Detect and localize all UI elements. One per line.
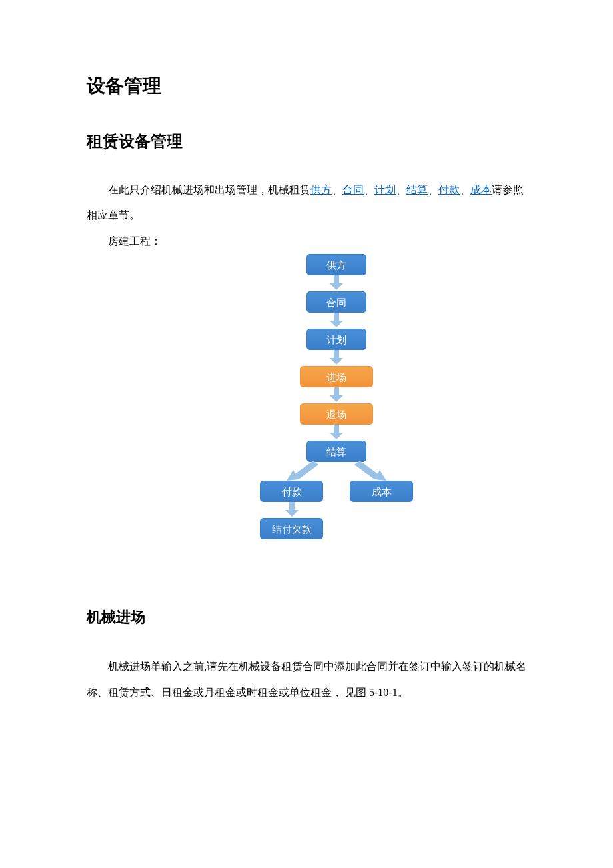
link-cost[interactable]: 成本 <box>470 184 492 195</box>
flow-node-settlement: 结算 <box>306 441 366 462</box>
flow-node-plan: 计划 <box>306 329 366 350</box>
svg-rect-2 <box>334 313 339 321</box>
flow-node-contract: 合同 <box>306 291 366 313</box>
sep: 、 <box>396 184 406 195</box>
svg-marker-15 <box>285 510 299 517</box>
svg-marker-1 <box>330 283 343 290</box>
flow-node-payment: 付款 <box>260 481 323 502</box>
flow-node-supplier: 供方 <box>306 254 366 275</box>
link-settlement[interactable]: 结算 <box>406 184 428 195</box>
svg-marker-7 <box>330 395 343 402</box>
arrow-icon <box>353 461 386 481</box>
sep: 、 <box>364 184 374 195</box>
link-supplier[interactable]: 供方 <box>310 184 332 195</box>
link-contract[interactable]: 合同 <box>342 184 364 195</box>
svg-rect-8 <box>334 425 339 433</box>
section-title-rental: 租赁设备管理 <box>87 131 526 152</box>
section2-paragraph: 机械进场单输入之前,请先在机械设备租赁合同中添加此合同并在签订中输入签订的机械名… <box>87 654 526 705</box>
project-label: 房建工程： <box>87 229 526 254</box>
arrow-icon <box>330 313 343 329</box>
flowchart: 供方 合同 计划 进场 退场 结算 <box>187 254 426 554</box>
intro-text-prefix: 在此只介绍机械进场和出场管理，机械租赁 <box>108 184 310 195</box>
flow-node-exit: 退场 <box>300 403 373 425</box>
flow-node-arrears: 结付欠款 <box>260 518 323 539</box>
svg-marker-9 <box>330 433 343 439</box>
flow-node-arrears-part2: 欠款 <box>292 523 312 535</box>
arrow-icon <box>330 425 343 441</box>
sep: 、 <box>332 184 342 195</box>
svg-marker-5 <box>330 358 343 365</box>
link-payment[interactable]: 付款 <box>438 184 460 195</box>
svg-rect-4 <box>334 350 339 358</box>
arrow-icon <box>285 502 299 518</box>
flow-node-arrears-part1: 结付 <box>272 523 292 535</box>
svg-rect-6 <box>334 387 339 395</box>
sep: 、 <box>428 184 438 195</box>
page-title: 设备管理 <box>87 73 526 99</box>
flow-node-cost: 成本 <box>350 481 413 502</box>
svg-marker-3 <box>330 321 343 327</box>
svg-marker-12 <box>354 461 380 479</box>
svg-rect-0 <box>334 275 339 283</box>
arrow-icon <box>330 387 343 403</box>
flow-node-enter: 进场 <box>300 366 373 387</box>
section-title-enter: 机械进场 <box>87 607 526 627</box>
svg-marker-10 <box>293 461 318 479</box>
intro-paragraph: 在此只介绍机械进场和出场管理，机械租赁供方、合同、计划、结算、付款、成本请参照相… <box>87 177 526 229</box>
arrow-icon <box>330 275 343 291</box>
svg-rect-14 <box>289 502 295 510</box>
arrow-icon <box>330 350 343 366</box>
link-plan[interactable]: 计划 <box>374 184 396 195</box>
arrow-icon <box>287 461 320 481</box>
sep: 、 <box>460 184 470 195</box>
